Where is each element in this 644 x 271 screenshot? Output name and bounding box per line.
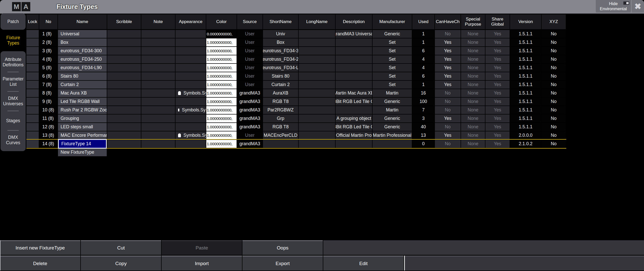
cell-appearance[interactable] bbox=[175, 114, 206, 122]
cell-name[interactable]: eurotruss_FD34-L90 bbox=[58, 64, 107, 72]
column-header-scribble[interactable]: Scribble bbox=[107, 14, 141, 29]
cell-name[interactable]: Universal bbox=[58, 30, 107, 38]
cell-no[interactable]: 14 (8) bbox=[39, 140, 57, 148]
cell-shortname[interactable]: eurotruss_FD34-3 bbox=[263, 47, 298, 55]
cell-color[interactable]: 1.0000000000, bbox=[206, 131, 237, 139]
column-header-color[interactable]: Color bbox=[206, 14, 237, 29]
cell-canhavech[interactable]: Yes bbox=[435, 38, 461, 46]
cell-appearance[interactable] bbox=[175, 38, 206, 46]
cell-name[interactable]: Rush Par 2 RGBW Zoom bbox=[58, 106, 107, 114]
cell-canhavech[interactable]: Yes bbox=[435, 131, 461, 139]
cell-special-purpose[interactable]: None bbox=[461, 89, 485, 97]
cell-lock[interactable] bbox=[26, 114, 39, 122]
cell-name[interactable]: eurotruss_FD34-300 bbox=[58, 47, 107, 55]
sidebar-item-dmx-curves[interactable]: DMX Curves bbox=[1, 131, 26, 150]
cell-lock[interactable] bbox=[26, 55, 39, 63]
cell-shortname[interactable]: eurotruss_FD34-L bbox=[263, 64, 298, 72]
cell-manufacturer[interactable]: Martin Professional bbox=[373, 131, 412, 139]
column-header-xyz[interactable]: XYZ bbox=[542, 14, 566, 29]
cell-canhavech[interactable]: Yes bbox=[435, 64, 461, 72]
sidebar-item-dmx-universes[interactable]: DMX Universes bbox=[1, 92, 26, 111]
cell-description[interactable] bbox=[336, 47, 372, 55]
cell-manufacturer[interactable]: Set bbox=[373, 72, 412, 80]
cell-scribble[interactable] bbox=[107, 140, 141, 148]
close-button[interactable]: ✖ bbox=[632, 0, 644, 13]
cell-share-global[interactable]: Yes bbox=[485, 140, 510, 148]
cell-appearance[interactable] bbox=[175, 30, 206, 38]
column-header-manufacturer[interactable]: Manufacturer bbox=[373, 14, 412, 29]
cell-no[interactable]: 13 (8) bbox=[39, 131, 57, 139]
cell-shortname[interactable]: eurotruss_FD34-2 bbox=[263, 55, 298, 63]
cell-note[interactable] bbox=[141, 81, 175, 89]
cell-no[interactable]: 7 (8) bbox=[39, 81, 57, 89]
cell-appearance[interactable] bbox=[175, 55, 206, 63]
cell-scribble[interactable] bbox=[107, 114, 141, 122]
cell-shortname[interactable]: RGB T8 bbox=[263, 123, 298, 131]
cell-color[interactable]: 1.0000000000, bbox=[206, 89, 237, 97]
cell-no[interactable]: 2 (8) bbox=[39, 38, 57, 46]
cell-special-purpose[interactable]: None bbox=[461, 30, 485, 38]
cell-scribble[interactable] bbox=[107, 64, 141, 72]
cell-share-global[interactable]: Yes bbox=[485, 38, 510, 46]
column-header-canhavech[interactable]: CanHaveCh bbox=[435, 14, 461, 29]
action-button[interactable]: Oops bbox=[242, 240, 323, 255]
cell-longname[interactable] bbox=[299, 89, 335, 97]
cell-canhavech[interactable]: No bbox=[435, 89, 461, 97]
cell-color[interactable]: 1.0000000000, bbox=[206, 106, 237, 114]
cell-canhavech[interactable]: No bbox=[435, 106, 461, 114]
cell-shortname[interactable]: Par2RGBWZ bbox=[263, 106, 298, 114]
cell-description[interactable] bbox=[336, 72, 372, 80]
cell-note[interactable] bbox=[141, 47, 175, 55]
cell-shortname[interactable]: Box bbox=[263, 38, 298, 46]
new-fixturetype-cell[interactable]: New FixtureType bbox=[58, 148, 107, 156]
cell-share-global[interactable]: Yes bbox=[485, 81, 510, 89]
cell-name[interactable]: Stairs 80 bbox=[58, 72, 107, 80]
cell-scribble[interactable] bbox=[107, 131, 141, 139]
cell-no[interactable]: 5 (8) bbox=[39, 64, 57, 72]
cell-scribble[interactable] bbox=[107, 47, 141, 55]
cell-scribble[interactable] bbox=[107, 106, 141, 114]
action-button[interactable]: Insert new FixtureType bbox=[0, 240, 80, 255]
cell-name[interactable]: Grouping bbox=[58, 114, 107, 122]
cell-special-purpose[interactable]: None bbox=[461, 131, 485, 139]
cell-appearance[interactable] bbox=[175, 47, 206, 55]
cell-lock[interactable] bbox=[26, 47, 39, 55]
cell-longname[interactable] bbox=[299, 47, 335, 55]
cell-appearance[interactable] bbox=[175, 81, 206, 89]
cell-special-purpose[interactable]: None bbox=[461, 64, 485, 72]
cell-note[interactable] bbox=[141, 98, 175, 106]
cell-description[interactable]: A grouping object bbox=[336, 114, 372, 122]
column-header-special-purpose[interactable]: Special Purpose bbox=[461, 14, 485, 29]
column-header-name[interactable]: Name bbox=[58, 14, 107, 29]
cell-no[interactable]: 12 (8) bbox=[39, 123, 57, 131]
cell-no[interactable]: 3 (8) bbox=[39, 47, 57, 55]
cell-scribble[interactable] bbox=[107, 81, 141, 89]
cell-longname[interactable] bbox=[299, 72, 335, 80]
cell-lock[interactable] bbox=[26, 98, 39, 106]
cell-special-purpose[interactable]: None bbox=[461, 55, 485, 63]
cell-special-purpose[interactable]: None bbox=[461, 47, 485, 55]
cell-shortname[interactable] bbox=[263, 140, 298, 148]
cell-share-global[interactable]: Yes bbox=[485, 131, 510, 139]
cell-lock[interactable] bbox=[26, 72, 39, 80]
cell-no[interactable]: 8 (8) bbox=[39, 89, 57, 97]
cell-lock[interactable] bbox=[26, 131, 39, 139]
cell-share-global[interactable]: Yes bbox=[485, 55, 510, 63]
cell-color[interactable]: 0.0000000000, bbox=[206, 30, 237, 38]
cell-scribble[interactable] bbox=[107, 72, 141, 80]
column-header-note[interactable]: Note bbox=[141, 14, 175, 29]
cell-note[interactable] bbox=[141, 140, 175, 148]
cell-longname[interactable] bbox=[299, 98, 335, 106]
cell-scribble[interactable] bbox=[107, 98, 141, 106]
cell-manufacturer[interactable]: Set bbox=[373, 47, 412, 55]
cell-note[interactable] bbox=[141, 131, 175, 139]
cell-appearance[interactable]: Symbols.Sy bbox=[175, 106, 206, 114]
cell-name[interactable]: MAC Encore Performance bbox=[58, 131, 107, 139]
cell-lock[interactable] bbox=[26, 140, 39, 148]
sidebar-item-patch[interactable]: Patch bbox=[1, 13, 26, 30]
cell-appearance[interactable] bbox=[175, 64, 206, 72]
cell-no[interactable]: 9 (8) bbox=[39, 98, 57, 106]
cell-longname[interactable] bbox=[299, 64, 335, 72]
cell-description[interactable]: Martin Mac Aura XB bbox=[336, 89, 372, 97]
cell-description[interactable] bbox=[336, 38, 372, 46]
